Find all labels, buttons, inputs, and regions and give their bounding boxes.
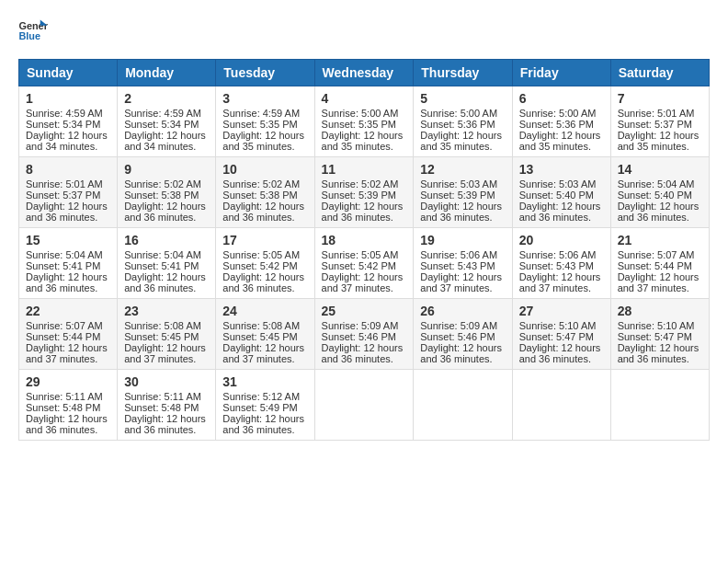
calendar-day-cell: 17 Sunrise: 5:05 AM Sunset: 5:42 PM Dayl… bbox=[216, 228, 314, 299]
daylight-label: Daylight: 12 hoursand 37 minutes. bbox=[322, 271, 404, 293]
calendar-day-cell: 20 Sunrise: 5:06 AM Sunset: 5:43 PM Dayl… bbox=[512, 228, 610, 299]
calendar-week-row: 22 Sunrise: 5:07 AM Sunset: 5:44 PM Dayl… bbox=[19, 299, 710, 370]
daylight-label: Daylight: 12 hoursand 36 minutes. bbox=[222, 271, 304, 293]
calendar-day-cell: 6 Sunrise: 5:00 AM Sunset: 5:36 PM Dayli… bbox=[512, 86, 610, 157]
sunset-text: Sunset: 5:36 PM bbox=[420, 119, 495, 130]
sunset-text: Sunset: 5:41 PM bbox=[26, 260, 100, 271]
sunset-text: Sunset: 5:44 PM bbox=[26, 331, 100, 342]
daylight-label: Daylight: 12 hoursand 34 minutes. bbox=[124, 130, 206, 152]
calendar-body: 1 Sunrise: 4:59 AM Sunset: 5:34 PM Dayli… bbox=[19, 86, 710, 441]
day-number: 8 bbox=[26, 162, 110, 177]
sunset-text: Sunset: 5:40 PM bbox=[618, 190, 692, 201]
sunrise-text: Sunrise: 4:59 AM bbox=[222, 108, 300, 119]
calendar-day-cell: 4 Sunrise: 5:00 AM Sunset: 5:35 PM Dayli… bbox=[314, 86, 414, 157]
daylight-label: Daylight: 12 hoursand 36 minutes. bbox=[222, 201, 304, 223]
sunset-text: Sunset: 5:47 PM bbox=[618, 331, 692, 342]
sunset-text: Sunset: 5:43 PM bbox=[420, 260, 495, 271]
sunset-text: Sunset: 5:42 PM bbox=[222, 260, 297, 271]
daylight-label: Daylight: 12 hoursand 37 minutes. bbox=[222, 342, 304, 364]
calendar-day-cell: 15 Sunrise: 5:04 AM Sunset: 5:41 PM Dayl… bbox=[19, 228, 118, 299]
day-number: 18 bbox=[322, 233, 407, 247]
day-number: 11 bbox=[322, 162, 407, 177]
sunset-text: Sunset: 5:44 PM bbox=[618, 260, 692, 271]
calendar-week-row: 1 Sunrise: 4:59 AM Sunset: 5:34 PM Dayli… bbox=[19, 86, 710, 157]
calendar-day-cell: 31 Sunrise: 5:12 AM Sunset: 5:49 PM Dayl… bbox=[216, 370, 314, 441]
day-number: 13 bbox=[519, 162, 604, 177]
sunrise-text: Sunrise: 4:59 AM bbox=[124, 108, 201, 119]
sunrise-text: Sunrise: 5:05 AM bbox=[222, 249, 300, 260]
calendar-header-cell: Friday bbox=[512, 60, 610, 86]
sunset-text: Sunset: 5:45 PM bbox=[222, 331, 297, 342]
daylight-label: Daylight: 12 hoursand 36 minutes. bbox=[26, 201, 108, 223]
sunrise-text: Sunrise: 5:04 AM bbox=[26, 249, 103, 260]
sunrise-text: Sunrise: 5:00 AM bbox=[322, 108, 399, 119]
calendar-day-cell: 27 Sunrise: 5:10 AM Sunset: 5:47 PM Dayl… bbox=[512, 299, 610, 370]
sunrise-text: Sunrise: 5:11 AM bbox=[26, 391, 103, 402]
calendar-day-cell: 3 Sunrise: 4:59 AM Sunset: 5:35 PM Dayli… bbox=[216, 86, 314, 157]
sunrise-text: Sunrise: 5:08 AM bbox=[124, 320, 201, 331]
sunset-text: Sunset: 5:34 PM bbox=[124, 119, 199, 130]
sunrise-text: Sunrise: 5:07 AM bbox=[26, 320, 103, 331]
calendar-week-row: 29 Sunrise: 5:11 AM Sunset: 5:48 PM Dayl… bbox=[19, 370, 710, 441]
sunrise-text: Sunrise: 5:03 AM bbox=[420, 178, 497, 190]
sunset-text: Sunset: 5:49 PM bbox=[222, 402, 297, 413]
sunset-text: Sunset: 5:42 PM bbox=[322, 260, 396, 271]
calendar-header-cell: Tuesday bbox=[216, 60, 314, 86]
daylight-label: Daylight: 12 hoursand 35 minutes. bbox=[519, 130, 601, 152]
sunset-text: Sunset: 5:35 PM bbox=[222, 119, 297, 130]
sunrise-text: Sunrise: 5:05 AM bbox=[322, 249, 399, 260]
calendar-day-cell: 25 Sunrise: 5:09 AM Sunset: 5:46 PM Dayl… bbox=[314, 299, 414, 370]
sunrise-text: Sunrise: 5:00 AM bbox=[519, 108, 597, 119]
calendar-header: SundayMondayTuesdayWednesdayThursdayFrid… bbox=[19, 60, 710, 86]
sunset-text: Sunset: 5:46 PM bbox=[420, 331, 495, 342]
calendar-day-cell: 1 Sunrise: 4:59 AM Sunset: 5:34 PM Dayli… bbox=[19, 86, 118, 157]
day-number: 6 bbox=[519, 91, 604, 106]
daylight-label: Daylight: 12 hoursand 34 minutes. bbox=[26, 130, 108, 152]
daylight-label: Daylight: 12 hoursand 35 minutes. bbox=[420, 130, 502, 152]
day-number: 24 bbox=[222, 304, 307, 318]
sunset-text: Sunset: 5:34 PM bbox=[26, 119, 100, 130]
calendar-day-cell: 2 Sunrise: 4:59 AM Sunset: 5:34 PM Dayli… bbox=[118, 86, 216, 157]
daylight-label: Daylight: 12 hoursand 35 minutes. bbox=[322, 130, 404, 152]
day-number: 31 bbox=[222, 374, 307, 389]
daylight-label: Daylight: 12 hoursand 36 minutes. bbox=[420, 201, 502, 223]
daylight-label: Daylight: 12 hoursand 37 minutes. bbox=[420, 271, 502, 293]
day-number: 2 bbox=[124, 91, 209, 106]
calendar-day-cell: 21 Sunrise: 5:07 AM Sunset: 5:44 PM Dayl… bbox=[610, 228, 709, 299]
daylight-label: Daylight: 12 hoursand 37 minutes. bbox=[519, 271, 601, 293]
sunrise-text: Sunrise: 5:12 AM bbox=[222, 391, 300, 402]
sunrise-text: Sunrise: 5:02 AM bbox=[124, 178, 201, 190]
day-number: 5 bbox=[420, 91, 505, 106]
day-number: 22 bbox=[26, 304, 110, 318]
sunset-text: Sunset: 5:35 PM bbox=[322, 119, 396, 130]
sunrise-text: Sunrise: 5:09 AM bbox=[322, 320, 399, 331]
day-number: 9 bbox=[124, 162, 209, 177]
calendar-day-cell: 12 Sunrise: 5:03 AM Sunset: 5:39 PM Dayl… bbox=[414, 157, 512, 228]
sunrise-text: Sunrise: 5:02 AM bbox=[322, 178, 399, 190]
logo: General Blue bbox=[18, 18, 48, 44]
calendar-day-cell bbox=[414, 370, 512, 441]
calendar-day-cell: 7 Sunrise: 5:01 AM Sunset: 5:37 PM Dayli… bbox=[610, 86, 709, 157]
sunrise-text: Sunrise: 5:07 AM bbox=[618, 249, 695, 260]
calendar-day-cell: 24 Sunrise: 5:08 AM Sunset: 5:45 PM Dayl… bbox=[216, 299, 314, 370]
calendar-day-cell: 23 Sunrise: 5:08 AM Sunset: 5:45 PM Dayl… bbox=[118, 299, 216, 370]
calendar-day-cell: 29 Sunrise: 5:11 AM Sunset: 5:48 PM Dayl… bbox=[19, 370, 118, 441]
sunrise-text: Sunrise: 5:11 AM bbox=[124, 391, 201, 402]
sunset-text: Sunset: 5:47 PM bbox=[519, 331, 594, 342]
day-number: 30 bbox=[124, 374, 209, 389]
calendar-day-cell: 10 Sunrise: 5:02 AM Sunset: 5:38 PM Dayl… bbox=[216, 157, 314, 228]
day-number: 1 bbox=[26, 91, 110, 106]
sunrise-text: Sunrise: 5:04 AM bbox=[618, 178, 695, 190]
svg-text:Blue: Blue bbox=[18, 30, 40, 41]
sunset-text: Sunset: 5:40 PM bbox=[519, 190, 594, 201]
sunset-text: Sunset: 5:37 PM bbox=[26, 190, 100, 201]
calendar-day-cell: 28 Sunrise: 5:10 AM Sunset: 5:47 PM Dayl… bbox=[610, 299, 709, 370]
sunset-text: Sunset: 5:48 PM bbox=[26, 402, 100, 413]
daylight-label: Daylight: 12 hoursand 36 minutes. bbox=[519, 201, 601, 223]
daylight-label: Daylight: 12 hoursand 36 minutes. bbox=[420, 342, 502, 364]
day-number: 23 bbox=[124, 304, 209, 318]
logo-icon: General Blue bbox=[18, 18, 48, 44]
sunrise-text: Sunrise: 4:59 AM bbox=[26, 108, 103, 119]
day-number: 29 bbox=[26, 374, 110, 389]
daylight-label: Daylight: 12 hoursand 36 minutes. bbox=[124, 271, 206, 293]
